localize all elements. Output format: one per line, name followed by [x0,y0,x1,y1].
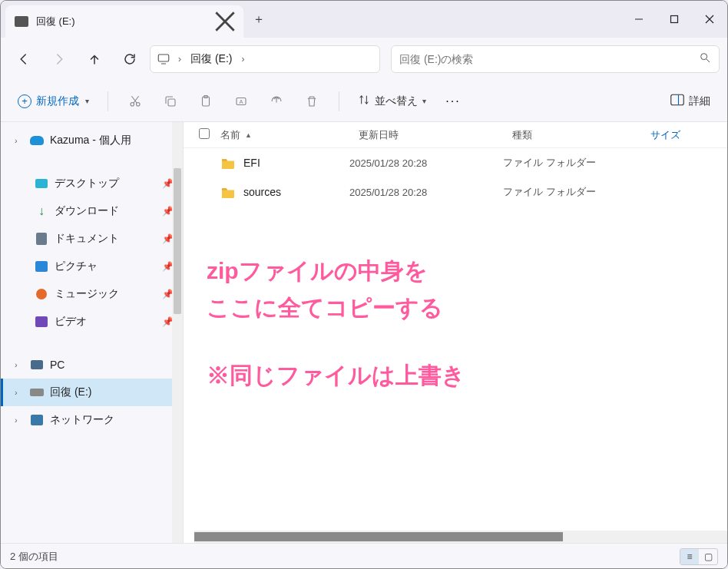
window-controls [621,1,727,38]
chevron-right-icon: › [15,360,24,369]
rename-button[interactable]: A [225,88,257,115]
up-button[interactable] [79,45,110,73]
column-size[interactable]: サイズ [650,128,680,142]
folder-icon [220,186,236,198]
svg-rect-2 [158,55,169,61]
svg-point-4 [701,54,707,60]
sidebar-item-network[interactable]: › ネットワーク [1,406,183,434]
file-row[interactable]: sources 2025/01/28 20:28 ファイル フォルダー [184,177,727,207]
plus-circle-icon: + [18,94,31,108]
sort-asc-icon: ▲ [245,131,252,139]
svg-line-5 [706,59,710,62]
sidebar-item-videos[interactable]: ビデオ 📌 [1,308,183,336]
column-type[interactable]: 種類 [512,128,650,142]
cloud-icon [30,134,44,147]
close-button[interactable] [692,1,727,38]
back-button[interactable] [8,45,39,73]
column-date[interactable]: 更新日時 [359,128,512,142]
new-label: 新規作成 [36,94,79,108]
document-icon [35,232,48,246]
divider [108,91,108,111]
annotation-overlay: zipファイルの中身を ここに全てコピーする ※同じファイルは上書き [207,253,712,394]
select-all-checkbox[interactable] [199,128,220,141]
sidebar-scrollbar[interactable] [172,122,183,543]
status-bar: 2 個の項目 ≡ ▢ [1,543,727,569]
maximize-button[interactable] [657,1,692,38]
horizontal-scrollbar[interactable] [194,531,727,543]
details-pane-button[interactable]: 詳細 [663,89,718,113]
network-icon [30,413,44,427]
svg-rect-13 [671,94,684,105]
new-button[interactable]: + 新規作成 ▾ [10,90,97,113]
sidebar-item-downloads[interactable]: ↓ ダウンロード 📌 [1,197,183,225]
forward-button[interactable] [44,45,74,73]
chevron-right-icon: › [15,136,24,145]
tab-close-button[interactable] [214,11,236,32]
divider [339,91,339,111]
sidebar-item-documents[interactable]: ドキュメント 📌 [1,225,183,253]
download-icon: ↓ [35,204,48,218]
svg-text:A: A [239,98,243,105]
details-icon [670,94,684,108]
sort-label: 並べ替え [375,94,418,108]
sidebar-item-pc[interactable]: › PC [1,351,183,379]
chevron-right-icon: › [238,54,247,65]
svg-rect-1 [671,16,678,23]
drive-icon [15,16,28,27]
video-icon [35,315,48,329]
chevron-down-icon: ▾ [422,97,426,105]
search-icon [699,51,711,67]
thumbnails-view-button[interactable]: ▢ [699,549,717,564]
minimize-button[interactable] [621,1,657,38]
sidebar-item-desktop[interactable]: デスクトップ 📌 [1,170,183,197]
file-list: 名前▲ 更新日時 種類 サイズ EFI 2025/01/28 20:28 ファイ… [184,122,727,543]
view-toggle: ≡ ▢ [680,548,718,565]
search-box[interactable] [391,45,720,73]
tab-active[interactable]: 回復 (E:) [5,5,243,38]
folder-icon [220,157,236,169]
sidebar-item-onedrive[interactable]: › Kazuma - 個人用 [1,127,183,154]
file-row[interactable]: EFI 2025/01/28 20:28 ファイル フォルダー [184,148,727,177]
search-input[interactable] [399,53,699,65]
music-icon [35,287,48,301]
chevron-down-icon: ▾ [85,97,89,105]
cut-button[interactable] [119,88,151,115]
sort-button[interactable]: 並べ替え ▾ [350,89,434,113]
sidebar-item-pictures[interactable]: ピクチャ 📌 [1,253,183,280]
desktop-icon [35,177,48,190]
sidebar-item-recovery[interactable]: › 回復 (E:) [1,379,183,406]
command-bar: + 新規作成 ▾ A 並べ替え ▾ ··· 詳細 [1,81,727,122]
item-count: 2 個の項目 [10,550,58,564]
paste-button[interactable] [190,88,222,115]
svg-rect-8 [168,99,175,106]
details-label: 詳細 [689,94,710,108]
titlebar: 回復 (E:) ＋ [1,1,727,38]
sort-icon [358,94,370,108]
nav-toolbar: › 回復 (E:) › [1,38,727,81]
pc-icon [30,358,44,372]
sidebar-item-music[interactable]: ミュージック 📌 [1,280,183,308]
more-button[interactable]: ··· [437,94,469,108]
chevron-right-icon: › [15,415,24,425]
drive-icon [30,385,44,399]
picture-icon [35,260,48,273]
copy-button[interactable] [154,88,187,115]
refresh-button[interactable] [114,45,145,73]
share-button[interactable] [260,88,293,115]
delete-button[interactable] [296,88,328,115]
monitor-icon [155,51,172,68]
column-name[interactable]: 名前▲ [220,128,359,142]
breadcrumb-current[interactable]: 回復 (E:) [187,52,235,66]
details-view-button[interactable]: ≡ [680,549,699,564]
breadcrumb[interactable]: › 回復 (E:) › [150,45,380,73]
new-tab-button[interactable]: ＋ [243,1,274,38]
navigation-pane: › Kazuma - 個人用 デスクトップ 📌 ↓ ダウンロード 📌 ドキュメン… [1,122,184,543]
main-area: › Kazuma - 個人用 デスクトップ 📌 ↓ ダウンロード 📌 ドキュメン… [1,122,727,543]
tab-title: 回復 (E:) [36,15,214,28]
column-headers: 名前▲ 更新日時 種類 サイズ [184,122,727,148]
chevron-right-icon: › [15,388,24,397]
chevron-right-icon: › [175,54,184,65]
